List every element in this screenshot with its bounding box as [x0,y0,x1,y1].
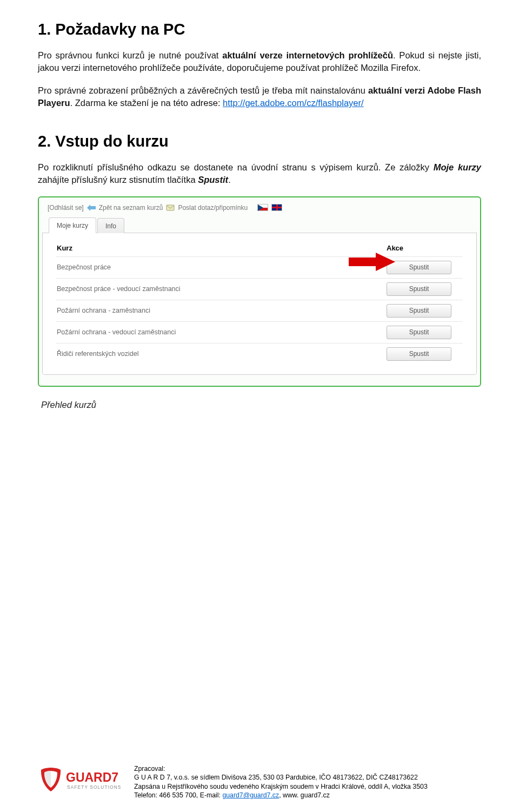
text: . [228,175,231,184]
text: Pro správnou funkci kurzů je nutné použí… [38,50,222,60]
course-name: Bezpečnost práce - vedoucí zaměstnanci [57,285,387,293]
course-name: Řidiči referentských vozidel [57,350,387,358]
flashplayer-link[interactable]: http://get.adobe.com/cz/flashplayer/ [223,98,363,108]
section2-heading: 2. Vstup do kurzu [38,133,481,150]
guard7-logo: GUARD7 SAFETY SOLUTIONS [38,764,124,796]
footer-line: Zpracoval: [134,764,428,774]
course-name: Požární ochrana - vedoucí zaměstnanci [57,328,387,336]
course-row: Požární ochrana - vedoucí zaměstnanci Sp… [57,321,462,343]
launch-button[interactable]: Spustit [387,326,451,339]
footer-line: G U A R D 7, v.o.s. se sídlem Divišova 2… [134,773,428,782]
feedback-link[interactable]: Poslat dotaz/připomínku [178,204,248,212]
back-to-list-link[interactable]: Zpět na seznam kurzů [99,204,163,212]
course-name: Požární ochrana - zaměstnanci [57,307,387,314]
course-row: Bezpečnost práce - vedoucí zaměstnanci S… [57,278,462,300]
course-row: Bezpečnost práce Spustit [57,256,462,278]
flag-cz-icon[interactable] [257,204,268,211]
feedback-icon [166,204,175,212]
text: . Zdarma ke stažení je na této adrese: [70,98,223,108]
course-name: Bezpečnost práce [57,263,387,271]
svg-text:GUARD7: GUARD7 [66,770,118,784]
course-table-header: Kurz Akce [57,244,462,256]
text: zahájíte příslušný kurz stisnutím tlačít… [38,175,198,184]
section1-para1: Pro správnou funkci kurzů je nutné použí… [38,49,481,75]
footer-text: Zpracoval: G U A R D 7, v.o.s. se sídlem… [134,764,428,800]
course-list-screenshot: [Odhlásit se] Zpět na seznam kurzů Posla… [38,196,481,387]
page-footer: GUARD7 SAFETY SOLUTIONS Zpracoval: G U A… [0,764,519,800]
screenshot-toolbar: [Odhlásit se] Zpět na seznam kurzů Posla… [40,199,479,215]
screenshot-caption: Přehled kurzů [41,400,481,410]
tab-my-courses[interactable]: Moje kurzy [49,217,96,233]
text-bold: aktuální verze internetových prohlížečů [222,50,393,60]
text: , www. guard7.cz [279,791,330,799]
launch-button[interactable]: Spustit [387,282,451,296]
footer-line: Zapsána u Rejstříkového soudu vedeného K… [134,782,428,791]
footer-line: Telefon: 466 535 700, E-mail: guard7@gua… [134,791,428,800]
text-bold-italic: Spustit [198,175,228,184]
course-row: Požární ochrana - zaměstnanci Spustit [57,300,462,321]
section2-para: Po rozkliknutí příslušného odkazu se dos… [38,161,481,187]
svg-rect-0 [167,205,174,210]
col-header-course: Kurz [57,244,387,252]
svg-text:SAFETY SOLUTIONS: SAFETY SOLUTIONS [67,785,122,790]
launch-button[interactable]: Spustit [387,347,451,361]
section1-heading: 1. Požadavky na PC [38,21,481,38]
screenshot-body: Kurz Akce Bezpečnost práce Spustit Bezpe… [42,233,477,375]
course-row: Řidiči referentských vozidel Spustit [57,343,462,365]
footer-email-link[interactable]: guard7@guard7.cz [222,791,279,799]
col-header-action: Akce [387,244,462,252]
screenshot-tabs: Moje kurzy Info [42,217,477,233]
text-bold-italic: Moje kurzy [434,162,481,172]
text: Po rozkliknutí příslušného odkazu se dos… [38,162,434,172]
flag-uk-icon[interactable] [271,204,282,211]
tab-info[interactable]: Info [97,218,124,233]
text: Telefon: 466 535 700, E-mail: [134,791,222,799]
launch-button[interactable]: Spustit [387,261,451,274]
logout-link[interactable]: [Odhlásit se] [48,204,84,212]
launch-button[interactable]: Spustit [387,304,451,318]
text: Pro správné zobrazení průběžných a závěr… [38,85,368,95]
section1-para2: Pro správné zobrazení průběžných a závěr… [38,84,481,110]
back-arrow-icon [87,204,96,212]
